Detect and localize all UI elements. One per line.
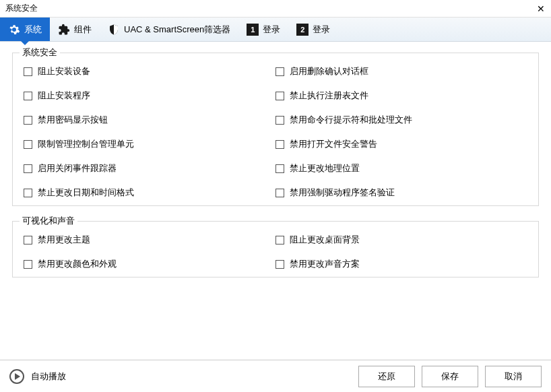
shield-icon bbox=[108, 24, 120, 36]
option-enable-shutdown-tracker[interactable]: 启用关闭事件跟踪器 bbox=[24, 162, 276, 174]
option-label: 禁用打开文件安全警告 bbox=[290, 138, 377, 150]
checkbox-icon bbox=[24, 164, 32, 173]
group-system-security: 系统安全 阻止安装设备 阻止安装程序 禁用密码显示按钮 限制管理控制台管理单元 … bbox=[12, 53, 539, 206]
content-area: 系统安全 阻止安装设备 阻止安装程序 禁用密码显示按钮 限制管理控制台管理单元 … bbox=[0, 42, 551, 360]
checkbox-icon bbox=[24, 189, 32, 197]
option-disable-datetime-change[interactable]: 禁止更改日期和时间格式 bbox=[24, 187, 276, 199]
group-label: 系统安全 bbox=[20, 46, 60, 59]
option-label: 阻止更改桌面背景 bbox=[290, 234, 360, 246]
option-disable-driver-signing[interactable]: 禁用强制驱动程序签名验证 bbox=[276, 187, 527, 199]
option-enable-delete-confirm[interactable]: 启用删除确认对话框 bbox=[276, 65, 527, 77]
option-label: 启用删除确认对话框 bbox=[290, 65, 368, 77]
checkbox-icon bbox=[276, 236, 284, 244]
save-button[interactable]: 保存 bbox=[422, 366, 478, 387]
option-label: 禁止更改日期和时间格式 bbox=[38, 187, 134, 199]
option-label: 禁用密码显示按钮 bbox=[38, 114, 108, 126]
option-label: 禁用更改颜色和外观 bbox=[38, 258, 117, 270]
option-label: 禁止更改地理位置 bbox=[290, 162, 360, 174]
cancel-button[interactable]: 取消 bbox=[485, 366, 542, 387]
tab-components[interactable]: 组件 bbox=[50, 18, 100, 41]
checkbox-icon bbox=[276, 116, 284, 125]
checkbox-icon bbox=[276, 189, 284, 197]
option-label: 禁用命令行提示符和批处理文件 bbox=[290, 114, 412, 126]
number-1-icon: 1 bbox=[247, 24, 259, 36]
option-label: 启用关闭事件跟踪器 bbox=[38, 162, 117, 174]
option-label: 阻止安装设备 bbox=[38, 65, 90, 77]
checkbox-icon bbox=[276, 92, 284, 100]
option-label: 限制管理控制台管理单元 bbox=[38, 138, 134, 150]
tab-uac-smartscreen[interactable]: UAC & SmartScreen筛选器 bbox=[100, 18, 238, 41]
checkbox-icon bbox=[24, 236, 32, 244]
tab-label: 系统 bbox=[24, 24, 42, 36]
option-disable-reg-files[interactable]: 禁止执行注册表文件 bbox=[276, 90, 527, 102]
checkbox-icon bbox=[24, 140, 32, 149]
number-2-icon: 2 bbox=[296, 24, 309, 36]
option-block-install-device[interactable]: 阻止安装设备 bbox=[24, 65, 276, 77]
option-disable-cmd-batch[interactable]: 禁用命令行提示符和批处理文件 bbox=[276, 114, 527, 126]
restore-button[interactable]: 还原 bbox=[358, 366, 415, 387]
option-disable-password-reveal[interactable]: 禁用密码显示按钮 bbox=[24, 114, 276, 126]
tab-label: 登录 bbox=[263, 24, 280, 36]
option-block-wallpaper-change[interactable]: 阻止更改桌面背景 bbox=[276, 234, 527, 246]
checkbox-icon bbox=[24, 92, 32, 100]
option-label: 禁止执行注册表文件 bbox=[290, 90, 368, 102]
checkbox-icon bbox=[276, 260, 284, 269]
option-disable-sound-scheme[interactable]: 禁用更改声音方案 bbox=[276, 258, 527, 270]
option-disable-location-change[interactable]: 禁止更改地理位置 bbox=[276, 162, 527, 174]
option-disable-theme-change[interactable]: 禁用更改主题 bbox=[24, 234, 276, 246]
tab-label: 组件 bbox=[74, 24, 92, 36]
option-label: 禁用更改声音方案 bbox=[290, 258, 360, 270]
tab-login-1[interactable]: 1 登录 bbox=[238, 18, 288, 41]
group-label: 可视化和声音 bbox=[20, 215, 77, 227]
autoplay-label: 自动播放 bbox=[31, 370, 66, 383]
checkbox-icon bbox=[276, 67, 284, 76]
footer: 自动播放 还原 保存 取消 bbox=[0, 360, 551, 392]
group-visual-sound: 可视化和声音 禁用更改主题 禁用更改颜色和外观 阻止更改桌面背景 禁用更改声音方… bbox=[12, 221, 539, 277]
checkbox-icon bbox=[24, 67, 32, 76]
close-icon[interactable]: ✕ bbox=[535, 3, 547, 15]
tab-label: UAC & SmartScreen筛选器 bbox=[124, 24, 230, 36]
option-label: 禁用强制驱动程序签名验证 bbox=[290, 187, 395, 199]
option-restrict-mmc[interactable]: 限制管理控制台管理单元 bbox=[24, 138, 276, 150]
option-block-install-program[interactable]: 阻止安装程序 bbox=[24, 90, 276, 102]
gear-icon bbox=[8, 24, 20, 36]
tab-system[interactable]: 系统 bbox=[0, 18, 50, 41]
title-bar: 系统安全 ✕ bbox=[0, 0, 551, 18]
tab-label: 登录 bbox=[313, 24, 330, 36]
tab-login-2[interactable]: 2 登录 bbox=[288, 18, 338, 41]
option-disable-open-file-warning[interactable]: 禁用打开文件安全警告 bbox=[276, 138, 527, 150]
window-title: 系统安全 bbox=[5, 3, 38, 14]
option-disable-color-change[interactable]: 禁用更改颜色和外观 bbox=[24, 258, 276, 270]
checkbox-icon bbox=[24, 116, 32, 125]
option-label: 阻止安装程序 bbox=[38, 90, 90, 102]
puzzle-icon bbox=[58, 24, 70, 36]
autoplay-link[interactable]: 自动播放 bbox=[9, 369, 66, 384]
option-label: 禁用更改主题 bbox=[38, 234, 90, 246]
checkbox-icon bbox=[276, 140, 284, 149]
checkbox-icon bbox=[24, 260, 32, 269]
play-icon bbox=[9, 369, 24, 384]
checkbox-icon bbox=[276, 164, 284, 173]
tab-bar: 系统 组件 UAC & SmartScreen筛选器 1 登录 2 登录 bbox=[0, 18, 551, 42]
